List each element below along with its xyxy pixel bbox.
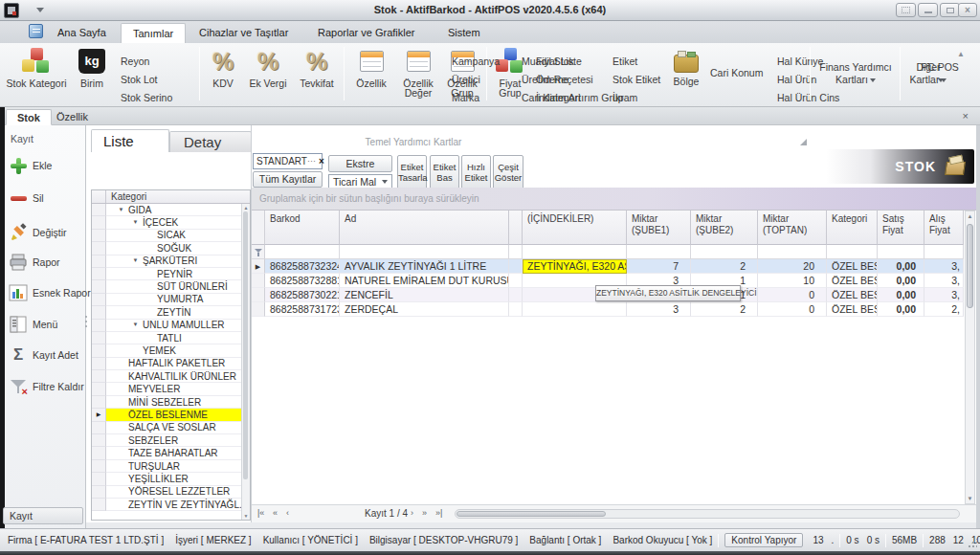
scroll-up-icon[interactable]: ▲ <box>966 213 974 219</box>
sidebar-footer-kayit[interactable]: Kayıt <box>3 507 83 524</box>
degistir-button[interactable]: Değiştir <box>9 221 85 244</box>
pager-next-page-icon[interactable]: » <box>422 508 427 518</box>
filter-cell[interactable] <box>265 245 340 259</box>
expander-icon[interactable]: ▼ <box>128 255 143 268</box>
doc-tab-stok[interactable]: Stok <box>6 109 52 125</box>
tevkifat-button[interactable]: % Tevkifat <box>294 46 340 89</box>
esnek-rapor-button[interactable]: Esnek Rapor <box>9 281 85 304</box>
doc-tab-ozellik[interactable]: Özellik <box>46 109 99 125</box>
cari-konum-button[interactable]: Cari Konum <box>710 67 763 78</box>
pager-first-icon[interactable]: |« <box>257 508 264 518</box>
grid-group-panel[interactable]: Gruplamak için bir sütun başlığını buray… <box>252 188 976 211</box>
tab-close-icon[interactable]: × <box>963 110 969 122</box>
tree-item[interactable]: HAFTALIK PAKETLER <box>92 358 241 370</box>
etiket-button[interactable]: Etiket <box>612 53 660 71</box>
scrollbar-thumb[interactable] <box>457 511 606 517</box>
pager-next-icon[interactable]: › <box>411 508 413 518</box>
ozellik-button[interactable]: Özellik <box>348 46 394 89</box>
tab-tanimlar[interactable]: Tanımlar <box>121 23 186 43</box>
stok-kategori-button[interactable]: Stok Kategori <box>6 46 67 89</box>
col-header-ad[interactable]: Ad <box>340 211 509 245</box>
reyon-button[interactable]: Reyon <box>121 53 172 71</box>
fullscreen-button[interactable] <box>896 3 916 17</box>
col-header-blank[interactable] <box>509 211 523 245</box>
filter-cell[interactable] <box>758 245 827 259</box>
filter-cell[interactable] <box>878 245 924 259</box>
finans-yardimci-kartlari-button[interactable]: Finans Yardımcı Kartları <box>813 61 898 86</box>
tree-item[interactable]: ▼UNLU MAMULLER <box>92 320 241 332</box>
ek-vergi-button[interactable]: % Ek Vergi <box>245 46 291 89</box>
grid-filter-row[interactable] <box>252 245 964 259</box>
expander-icon[interactable]: ▼ <box>128 216 143 229</box>
resize-grip[interactable] <box>968 539 977 548</box>
tab-ana-sayfa[interactable]: Ana Sayfa <box>46 23 118 43</box>
tree-item[interactable]: ZEYTİN <box>92 306 241 319</box>
scroll-down-icon[interactable]: ▼ <box>242 513 250 519</box>
tree-item[interactable]: SICAK <box>92 230 241 242</box>
menu-button[interactable]: Menü <box>9 313 85 336</box>
birim-button[interactable]: kg Birim <box>71 46 113 89</box>
kdv-button[interactable]: % KDV <box>204 46 242 89</box>
pc-pos-button[interactable]: PC POS <box>919 61 961 86</box>
col-header-miktar-toptan[interactable]: Miktar (TOPTAN) <box>758 211 827 245</box>
tree-item[interactable]: ZEYTİN VE ZEYTİNYAĞL... <box>92 499 241 511</box>
stok-serino-button[interactable]: Stok Serino <box>121 89 172 107</box>
col-header-alis-fiyat[interactable]: Alış Fiyat <box>924 211 964 245</box>
scrollbar-thumb[interactable] <box>243 211 248 479</box>
tree-item[interactable]: TATLI <box>92 332 241 344</box>
expander-icon[interactable]: ▼ <box>128 320 143 332</box>
hizli-etiket-button[interactable]: Hızlı Etiket <box>461 155 491 189</box>
tree-item[interactable]: SOĞUK <box>92 242 241 255</box>
filter-cell[interactable] <box>627 245 691 259</box>
col-header-miktar-sube2[interactable]: Miktar (ŞUBE2) <box>691 211 758 245</box>
maximize-button[interactable] <box>940 3 960 17</box>
filter-cell[interactable] <box>827 245 878 259</box>
expander-icon[interactable]: ▼ <box>114 204 128 216</box>
grid-vertical-scrollbar[interactable]: ▲ ▼ <box>965 211 975 504</box>
col-header-miktar-sube1[interactable]: Miktar (ŞUBE1) <box>627 211 691 245</box>
tree-item[interactable]: ▼GIDA <box>92 204 241 216</box>
marka-button[interactable]: Marka <box>452 89 500 107</box>
filter-cell[interactable] <box>691 245 758 259</box>
col-header-icindekiler[interactable]: (İÇİNDEKİLER) <box>523 211 627 245</box>
tree-item[interactable]: SÜT ÜRÜNLERİ <box>92 280 241 293</box>
tree-scrollbar[interactable]: ▲ ▼ <box>241 204 250 520</box>
tree-item[interactable]: ▼İÇECEK <box>92 216 241 229</box>
stok-lot-button[interactable]: Stok Lot <box>121 71 172 89</box>
hal-urun-cins-button[interactable]: Hal Ürün Cins <box>777 89 839 107</box>
cari-kategori-button[interactable]: Cari Kategori <box>522 89 593 107</box>
pager-prev-icon[interactable]: ‹ <box>286 508 289 518</box>
uretim-recetesi-button[interactable]: Üretim Reçetesi <box>522 71 593 89</box>
minimize-button[interactable] <box>918 3 938 17</box>
tree-item[interactable]: MİNİ SEBZELER <box>92 396 241 409</box>
more-dots-icon[interactable]: ··· <box>307 154 316 168</box>
splitter-handle[interactable] <box>84 316 87 337</box>
etiket-tasarla-button[interactable]: Etiket Tasarla <box>397 155 427 189</box>
tree-item[interactable]: YEMEK <box>92 344 241 357</box>
filtre-kaldir-button[interactable]: × Filtre Kaldır <box>9 375 85 398</box>
tree-item[interactable]: SEBZELER <box>92 434 241 447</box>
tab-sistem[interactable]: Sistem <box>436 23 492 43</box>
collapse-ribbon-icon[interactable]: ▲ <box>957 50 965 58</box>
scroll-down-icon[interactable]: ▼ <box>966 496 974 501</box>
group-dialog-launcher-icon[interactable] <box>800 139 807 145</box>
view-tab-detay[interactable]: Detay <box>169 131 252 152</box>
col-header-kategori[interactable]: Kategori <box>827 211 878 245</box>
tree-item[interactable]: SALÇA VE SOSLAR <box>92 422 241 434</box>
close-button[interactable]: × <box>958 3 977 17</box>
tree-item[interactable]: YÖRESEL LEZZETLER <box>92 486 241 499</box>
kayit-adet-button[interactable]: Σ Kayıt Adet <box>9 344 85 366</box>
layout-selector[interactable]: STANDART ··· × <box>253 153 323 169</box>
tree-item[interactable]: KAHVALTILIK ÜRÜNLER <box>92 370 241 383</box>
tree-item[interactable]: PEYNİR <box>92 268 241 280</box>
tree-item[interactable]: TURŞULAR <box>92 460 241 473</box>
scroll-up-icon[interactable]: ▲ <box>242 205 250 211</box>
tree-item-selected[interactable]: ▶ÖZEL BESLENME <box>92 409 241 421</box>
stok-etiket-button[interactable]: Stok Etiket <box>612 71 660 89</box>
grid-row[interactable]: 8682588731723 ZERDEÇAL 3 2 0 ÖZEL BES...… <box>252 302 964 317</box>
tree-item[interactable]: YEŞİLLİKLER <box>92 473 241 485</box>
tab-cihazlar[interactable]: Cihazlar ve Taşıtlar <box>188 23 300 43</box>
tree-item[interactable]: YUMURTA <box>92 294 241 306</box>
uretici-button[interactable]: Üretici <box>452 71 500 89</box>
cesit-goster-button[interactable]: Çeşit Göster <box>493 155 523 189</box>
